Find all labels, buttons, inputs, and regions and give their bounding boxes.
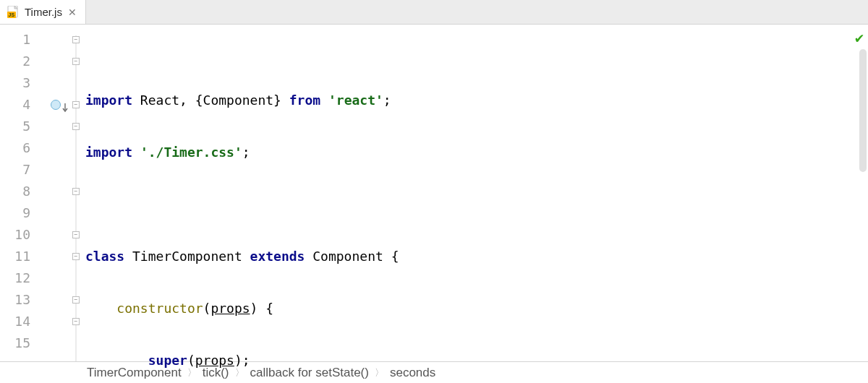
- fold-handle-icon[interactable]: [72, 296, 80, 304]
- editor-tabbar: JS Timer.js ✕: [0, 0, 868, 25]
- fold-handle-icon[interactable]: [72, 101, 80, 108]
- line-number: 15: [0, 332, 36, 354]
- js-file-icon: JS: [7, 6, 20, 19]
- override-marker-icon[interactable]: [51, 100, 61, 110]
- line-number: 6: [0, 137, 36, 159]
- vertical-scrollbar-thumb[interactable]: [859, 49, 867, 172]
- fold-handle-icon[interactable]: [72, 123, 80, 130]
- fold-handle-icon[interactable]: [72, 188, 80, 195]
- implements-arrow-icon[interactable]: [62, 100, 68, 109]
- line-number: 12: [0, 267, 36, 289]
- line-number: 3: [0, 72, 36, 94]
- code-line[interactable]: [85, 194, 855, 215]
- line-number: 4: [0, 94, 36, 116]
- line-number: 11: [0, 246, 36, 267]
- line-number-gutter: 1 2 3 4 5 6 7 8 9 10 11 12 13 14 15: [0, 25, 36, 361]
- fold-handle-icon[interactable]: [72, 253, 80, 260]
- gutter-marker-column: [36, 25, 71, 361]
- line-number: 10: [0, 224, 36, 246]
- line-number: 2: [0, 51, 36, 72]
- fold-handle-icon[interactable]: [72, 58, 80, 65]
- code-line[interactable]: super(props);: [85, 350, 855, 371]
- line-number: 5: [0, 116, 36, 137]
- file-tab[interactable]: JS Timer.js ✕: [0, 0, 86, 24]
- current-line-highlight: [81, 267, 855, 289]
- close-tab-icon[interactable]: ✕: [67, 7, 78, 18]
- line-number: 8: [0, 181, 36, 202]
- code-line[interactable]: constructor(props) {: [85, 298, 855, 319]
- line-number: 7: [0, 159, 36, 181]
- line-number: 9: [0, 202, 36, 224]
- code-editor[interactable]: 1 2 3 4 5 6 7 8 9 10 11 12 13 14 15: [0, 25, 868, 361]
- file-tab-label: Timer.js: [25, 6, 62, 18]
- fold-handle-icon[interactable]: [72, 36, 80, 43]
- fold-handle-icon[interactable]: [72, 318, 80, 325]
- code-area[interactable]: import React, {Component} from 'react'; …: [81, 25, 855, 361]
- svg-text:JS: JS: [9, 12, 15, 17]
- code-line[interactable]: class TimerComponent extends Component {: [85, 246, 855, 267]
- fold-handle-icon[interactable]: [72, 231, 80, 238]
- line-number: 14: [0, 311, 36, 332]
- fold-column: [71, 25, 81, 361]
- inspection-ok-icon[interactable]: ✔: [855, 29, 864, 46]
- editor-right-rail: ✔: [855, 25, 868, 361]
- line-number: 1: [0, 29, 36, 51]
- code-line[interactable]: import React, {Component} from 'react';: [85, 90, 855, 111]
- code-line[interactable]: import './Timer.css';: [85, 142, 855, 163]
- line-number: 13: [0, 289, 36, 311]
